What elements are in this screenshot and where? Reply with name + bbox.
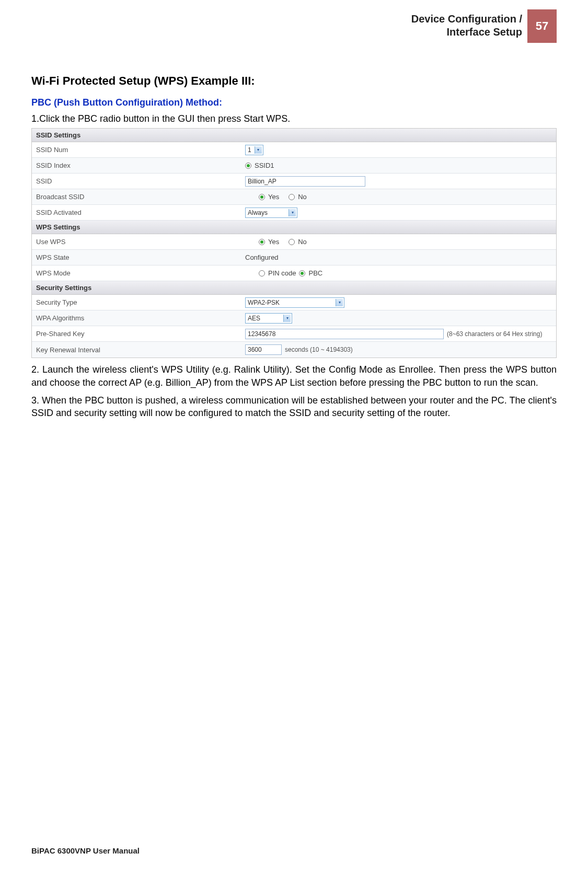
wpa-algorithms-value: AES [248, 315, 280, 322]
psk-input-value: 12345678 [248, 330, 275, 338]
key-renewal-row: Key Renewal Interval 3600 seconds (10 ~ … [32, 342, 556, 358]
security-settings-header: Security Settings [32, 281, 556, 295]
subsection-heading: PBC (Push Button Configuiration) Method: [31, 97, 557, 108]
pbc-radio[interactable] [299, 270, 305, 276]
ssid-row: SSID Billion_AP [32, 174, 556, 189]
ssid1-radio-label: SSID1 [255, 162, 274, 169]
pin-code-label: PIN code [268, 269, 296, 277]
wps-state-label: WPS State [32, 251, 241, 264]
use-wps-row: Use WPS Yes No [32, 234, 556, 250]
wps-mode-row: WPS Mode PIN code PBC [32, 266, 556, 281]
page-number: 57 [527, 9, 557, 43]
ssid-activated-row: SSID Activated Always ▾ [32, 205, 556, 221]
wpa-algorithms-label: WPA Algorithms [32, 312, 241, 325]
ssid-num-dropdown[interactable]: 1 ▾ [245, 145, 263, 155]
ssid-input[interactable]: Billion_AP [245, 176, 365, 187]
step-3-text: 3. When the PBC button is pushed, a wire… [31, 394, 557, 420]
page-header: Device Configuration / Interface Setup 5… [31, 0, 557, 43]
chevron-down-icon: ▾ [336, 299, 343, 306]
key-renewal-input[interactable]: 3600 [245, 344, 282, 355]
psk-label: Pre-Shared Key [32, 327, 241, 340]
broadcast-yes-label: Yes [268, 193, 279, 201]
security-type-label: Security Type [32, 296, 241, 309]
footer-text: BiPAC 6300VNP User Manual [31, 846, 140, 855]
section-heading: Wi-Fi Protected Setup (WPS) Example III: [31, 74, 557, 88]
pin-code-radio[interactable] [259, 270, 265, 276]
broadcast-no-radio[interactable] [289, 194, 295, 200]
header-title-line2: Interface Setup [447, 26, 522, 38]
wps-state-value: Configured [245, 253, 279, 261]
wps-mode-label: WPS Mode [32, 267, 241, 280]
ssid-activated-dropdown[interactable]: Always ▾ [245, 208, 297, 218]
broadcast-yes-radio[interactable] [259, 194, 265, 200]
use-wps-no-radio[interactable] [289, 239, 295, 245]
ssid-num-label: SSID Num [32, 143, 241, 156]
ssid-input-value: Billion_AP [248, 178, 276, 185]
ssid-index-label: SSID Index [32, 159, 241, 172]
psk-row: Pre-Shared Key 12345678 (8~63 characters… [32, 326, 556, 342]
wps-settings-header: WPS Settings [32, 221, 556, 234]
security-type-dropdown[interactable]: WPA2-PSK ▾ [245, 297, 344, 308]
key-renewal-value: 3600 [248, 346, 262, 353]
ssid-num-row: SSID Num 1 ▾ [32, 142, 556, 158]
security-type-value: WPA2-PSK [248, 299, 332, 306]
key-renewal-label: Key Renewal Interval [32, 343, 241, 356]
use-wps-label: Use WPS [32, 235, 241, 248]
broadcast-ssid-row: Broadcast SSID Yes No [32, 189, 556, 205]
wpa-algorithms-dropdown[interactable]: AES ▾ [245, 313, 292, 324]
use-wps-yes-label: Yes [268, 238, 279, 246]
wps-state-row: WPS State Configured [32, 250, 556, 266]
step-1-text: 1.Click the PBC radio button in the GUI … [31, 112, 557, 125]
chevron-down-icon: ▾ [289, 209, 296, 216]
broadcast-ssid-label: Broadcast SSID [32, 190, 241, 203]
header-title-line1: Device Configuration / [411, 13, 522, 25]
chevron-down-icon: ▾ [255, 146, 262, 154]
chevron-down-icon: ▾ [283, 315, 291, 322]
security-type-row: Security Type WPA2-PSK ▾ [32, 295, 556, 310]
ssid-settings-header: SSID Settings [32, 129, 556, 142]
use-wps-no-label: No [298, 238, 307, 246]
wpa-algorithms-row: WPA Algorithms AES ▾ [32, 310, 556, 326]
ssid1-radio[interactable] [245, 163, 251, 169]
use-wps-yes-radio[interactable] [259, 239, 265, 245]
key-renewal-note: seconds (10 ~ 4194303) [285, 346, 353, 353]
pbc-label: PBC [308, 269, 322, 277]
ssid-index-row: SSID Index SSID1 [32, 158, 556, 174]
ssid-activated-value: Always [248, 209, 285, 216]
ssid-num-value: 1 [248, 146, 251, 154]
ssid-label: SSID [32, 175, 241, 188]
settings-panel: SSID Settings SSID Num 1 ▾ SSID Index SS… [31, 128, 557, 358]
broadcast-no-label: No [298, 193, 307, 201]
ssid-activated-label: SSID Activated [32, 206, 241, 219]
psk-note: (8~63 characters or 64 Hex string) [447, 330, 542, 338]
header-title: Device Configuration / Interface Setup [411, 9, 527, 43]
psk-input[interactable]: 12345678 [245, 329, 444, 339]
step-2-text: 2. Launch the wireless client's WPS Util… [31, 363, 557, 389]
